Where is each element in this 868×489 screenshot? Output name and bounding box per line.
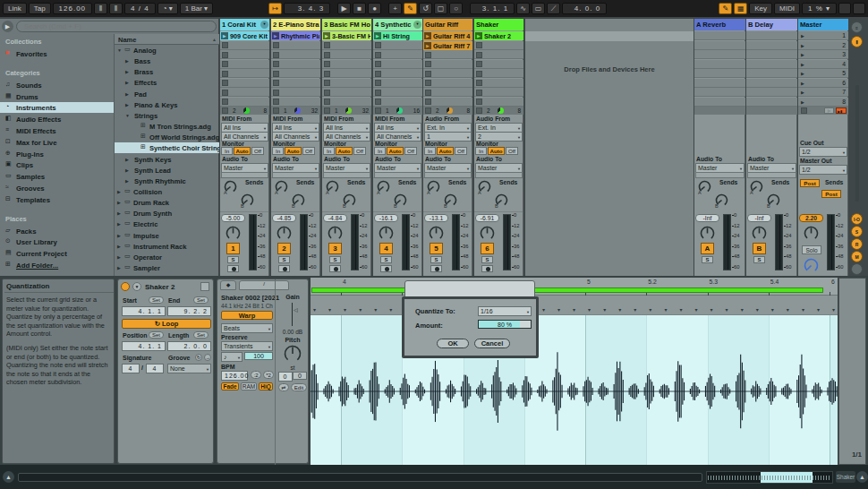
clip-stop-button[interactable] [222,52,228,58]
show-io-toggle[interactable]: I-O [851,213,863,225]
empty-clip-slot[interactable] [220,50,269,59]
clip-stop-button[interactable] [273,61,279,67]
session-record-button[interactable]: ▢ [434,3,447,14]
scene-slot[interactable]: ▶6 [798,79,848,88]
preserve-select[interactable]: Transients [221,341,273,351]
tempo-field[interactable]: 126.00 [53,3,92,14]
clip-stop-button[interactable] [476,71,482,77]
collapsed-arrow-icon[interactable]: ▶ [125,178,129,184]
scene-slot[interactable]: ▶3 [798,50,848,59]
pan-knob[interactable] [428,225,445,242]
show-track-delay-toggle[interactable] [851,263,863,275]
collapsed-arrow-icon[interactable]: ▶ [125,167,129,173]
empty-clip-slot[interactable] [474,50,523,59]
tree-item[interactable]: ▼▭Analog [115,45,219,56]
clip-stop-button[interactable] [273,52,279,58]
solo-button[interactable]: S [702,256,713,263]
track-header[interactable]: Guitar Riff [423,19,472,30]
start-set-button[interactable]: Set [149,296,164,304]
horizontal-scrollbar[interactable] [18,473,702,482]
return-empty-slot[interactable] [746,69,797,78]
clip-stop-button[interactable] [476,52,482,58]
sidebar-item-midi-effects[interactable]: ≡MIDI Effects [0,125,114,136]
browser-back-button[interactable]: ▶ [2,21,13,32]
collapsed-arrow-icon[interactable]: ▶ [117,233,121,238]
clip-slot-playing[interactable]: ▶Hi String [373,31,422,40]
return-empty-slot[interactable] [746,79,797,88]
scene-slot[interactable]: ▶7 [798,88,848,97]
clip-stop-button[interactable] [222,90,228,96]
fade-button[interactable]: Fade [221,382,239,390]
return-empty-slot[interactable] [694,79,745,88]
tree-name-header[interactable]: Name▲ [115,34,219,45]
clip-stop-button[interactable] [425,90,431,96]
warp-marker-icon[interactable]: ▾ [344,307,346,313]
tree-item[interactable]: ▶▭Collision [115,186,219,197]
loop-brace[interactable] [311,287,823,293]
warp-button[interactable]: Warp [221,311,273,320]
clip-play-icon[interactable]: ▶ [374,32,381,39]
monitor-in-button[interactable]: In [475,147,487,155]
clip-stop-button[interactable] [222,42,228,48]
warp-marker-icon[interactable]: ▾ [634,307,636,313]
clip-end-field[interactable]: 9. 2. 2 [167,306,211,316]
empty-clip-slot[interactable] [220,41,269,50]
clip-slot-playing[interactable]: ▶Shaker 2 [474,31,523,40]
arm-button[interactable] [278,265,290,272]
solo-button[interactable]: S [430,256,442,263]
sidebar-item-drums[interactable]: ▦Drums [0,91,114,102]
sidebar-item-instruments[interactable]: ◔Instruments [0,102,114,113]
arrangement-position-field[interactable]: 3. 4. 3 [284,3,330,14]
scene-play-icon[interactable]: ▶ [801,33,804,39]
empty-clip-slot[interactable] [474,88,523,97]
pan-knob[interactable] [327,225,344,242]
monitor-in-button[interactable]: In [221,147,233,155]
tree-item[interactable]: ▶Brass [115,66,219,77]
tree-item[interactable]: ▶Pad [115,89,219,99]
sample-bpm-field[interactable]: 126.00 [221,371,248,381]
clip-stop-button[interactable] [222,80,228,86]
show-sends-toggle[interactable]: S [851,226,863,237]
return-letter-button[interactable]: B [753,243,766,254]
collapsed-arrow-icon[interactable]: ▶ [117,200,121,205]
session-overview-toggle[interactable]: ≡ [851,21,863,33]
return-empty-slot[interactable] [694,41,745,50]
reenable-automation-button[interactable]: ↺ [419,3,432,14]
monitor-off-button[interactable]: Off [353,147,366,155]
cue-out-select[interactable]: 1/2 [799,147,847,157]
empty-clip-slot[interactable] [423,98,472,107]
sidebar-item-grooves[interactable]: ≈Grooves [0,183,114,193]
scene-slot[interactable]: ▶2 [798,41,848,50]
track-header[interactable]: 2 E-Piano Straigh [271,19,320,30]
clip-listen-button[interactable] [200,282,209,291]
return-empty-slot[interactable] [694,31,745,40]
time-signature-field[interactable]: 4 / 4 [124,3,156,14]
sidebar-item-favorites[interactable]: ■Favorites [0,48,114,59]
show-returns-toggle[interactable]: R [851,238,863,250]
transient-loop-amount-field[interactable]: 100 [244,352,273,360]
record-button[interactable]: ● [368,3,381,14]
empty-clip-slot[interactable] [474,98,523,107]
session-to-arrangement-button[interactable]: ▶▮ [836,107,847,114]
clip-stop-button[interactable] [324,80,330,86]
collapsed-arrow-icon[interactable]: ▶ [125,91,129,97]
monitor-auto-button[interactable]: Auto [336,147,353,155]
back-to-arrangement-button[interactable]: ▷ [824,107,834,114]
clip-play-icon[interactable]: ▶ [272,32,279,39]
track-header[interactable]: 1 Coral Kit▼ [220,19,269,30]
clip-stop-button[interactable] [425,80,431,86]
clip-stop-button[interactable] [324,71,330,77]
tree-item[interactable]: ⊞Synthetic Choir Strings.adg [115,142,219,153]
empty-clip-slot[interactable] [373,60,422,69]
warp-marker-strip[interactable]: ▾▾▾▾▾▾▾▾▾▾▾▾▾▾▾▾▾▾▾▾▾▾▾▾▾▾▾▾▾▾▾▾▾▾▾ [311,296,838,315]
track-stop-button[interactable] [375,107,381,114]
loop-length-field[interactable]: 4. 0. 0 [562,3,607,14]
track-volume-field[interactable]: -4.84 [323,214,347,222]
return-empty-slot[interactable] [694,60,745,69]
capture-button[interactable]: ○ [449,3,463,14]
clip-stop-button[interactable] [273,71,279,77]
empty-clip-slot[interactable] [271,69,320,78]
tree-item[interactable]: ▶▭Operator [115,252,219,262]
scene-play-icon[interactable]: ▶ [801,62,804,67]
clip-stop-button[interactable] [324,99,330,105]
